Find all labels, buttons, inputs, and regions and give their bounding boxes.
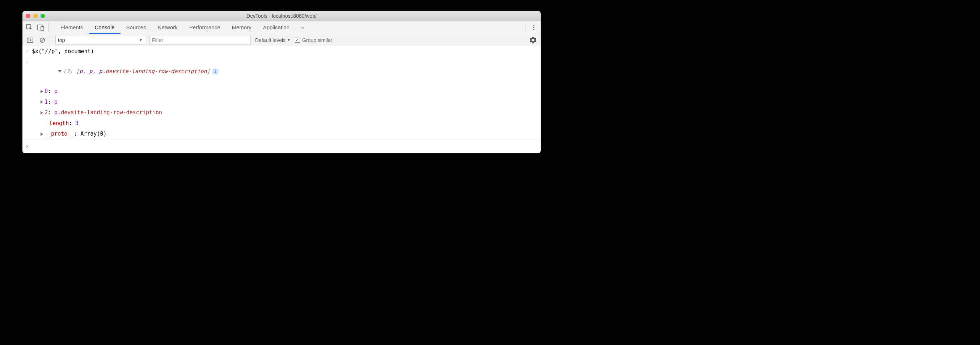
tab-performance[interactable]: Performance <box>183 21 226 33</box>
context-label: top <box>58 37 65 43</box>
console-prompt-row[interactable]: › <box>22 140 541 154</box>
execution-context-select[interactable]: top ▼ <box>56 36 145 45</box>
settings-gear-icon[interactable] <box>529 36 537 44</box>
tab-sources[interactable]: Sources <box>121 21 152 33</box>
array-length: length: 3 <box>22 118 541 129</box>
console-body: › $x("//p", document) ‹ (3) [p, p, p.dev… <box>22 46 541 153</box>
svg-point-4 <box>533 27 534 28</box>
disclosure-triangle-right-icon[interactable] <box>41 111 43 114</box>
checkbox-icon: ✓ <box>295 38 300 43</box>
array-proto[interactable]: __proto__: Array(0) <box>22 129 541 140</box>
array-entry-2[interactable]: 2: p.devsite-landing-row-description <box>22 107 541 118</box>
command-text: $x("//p", document) <box>32 47 538 56</box>
panel-tabs: Elements Console Sources Network Perform… <box>55 21 310 33</box>
inspect-element-icon[interactable] <box>25 24 33 32</box>
tab-memory[interactable]: Memory <box>226 21 257 33</box>
console-result-row[interactable]: ‹ (3) [p, p, p.devsite-landing-row-descr… <box>22 57 541 86</box>
disclosure-triangle-right-icon[interactable] <box>41 100 43 104</box>
disclosure-triangle-down-icon[interactable] <box>58 70 62 73</box>
result-summary: (3) [p, p, p.devsite-landing-row-descrip… <box>32 58 538 86</box>
log-levels-select[interactable]: Default levels ▼ <box>255 37 291 43</box>
kebab-menu-icon[interactable] <box>530 24 538 32</box>
info-icon[interactable]: i <box>212 69 218 75</box>
main-tabbar: Elements Console Sources Network Perform… <box>22 21 541 34</box>
tabs-overflow-button[interactable]: » <box>295 21 310 33</box>
disclosure-triangle-right-icon[interactable] <box>41 90 43 93</box>
tabbar-divider <box>525 24 525 32</box>
svg-line-9 <box>41 38 44 41</box>
group-similar-label: Group similar <box>302 37 332 43</box>
devtools-window: DevTools - localhost:8080/web/ Elements … <box>22 11 541 153</box>
prompt-marker-icon: › <box>25 142 32 151</box>
clear-console-icon[interactable] <box>38 36 46 44</box>
tab-application[interactable]: Application <box>257 21 295 33</box>
tab-console[interactable]: Console <box>89 21 121 33</box>
console-command-row[interactable]: › $x("//p", document) <box>22 46 541 57</box>
array-entry-1[interactable]: 1: p <box>22 97 541 108</box>
toggle-sidebar-icon[interactable] <box>26 36 34 44</box>
filter-input[interactable] <box>150 36 251 45</box>
window-titlebar: DevTools - localhost:8080/web/ <box>22 11 541 21</box>
svg-point-3 <box>533 25 534 26</box>
chevron-down-icon: ▼ <box>287 38 291 42</box>
window-title: DevTools - localhost:8080/web/ <box>22 13 541 19</box>
tab-network[interactable]: Network <box>152 21 183 33</box>
group-similar-checkbox[interactable]: ✓ Group similar <box>295 37 332 43</box>
svg-rect-2 <box>41 26 44 30</box>
console-toolbar: top ▼ Default levels ▼ ✓ Group similar <box>22 34 541 46</box>
output-marker-icon: ‹ <box>25 58 32 67</box>
svg-point-5 <box>533 29 534 30</box>
disclosure-triangle-right-icon[interactable] <box>41 132 43 136</box>
tab-elements[interactable]: Elements <box>55 21 89 33</box>
chevron-down-icon: ▼ <box>139 38 143 42</box>
input-marker-icon: › <box>25 47 32 56</box>
array-entry-0[interactable]: 0: p <box>22 86 541 97</box>
levels-label: Default levels <box>255 37 286 43</box>
toolbar-sep-1 <box>51 37 51 44</box>
device-toolbar-icon[interactable] <box>37 24 45 32</box>
